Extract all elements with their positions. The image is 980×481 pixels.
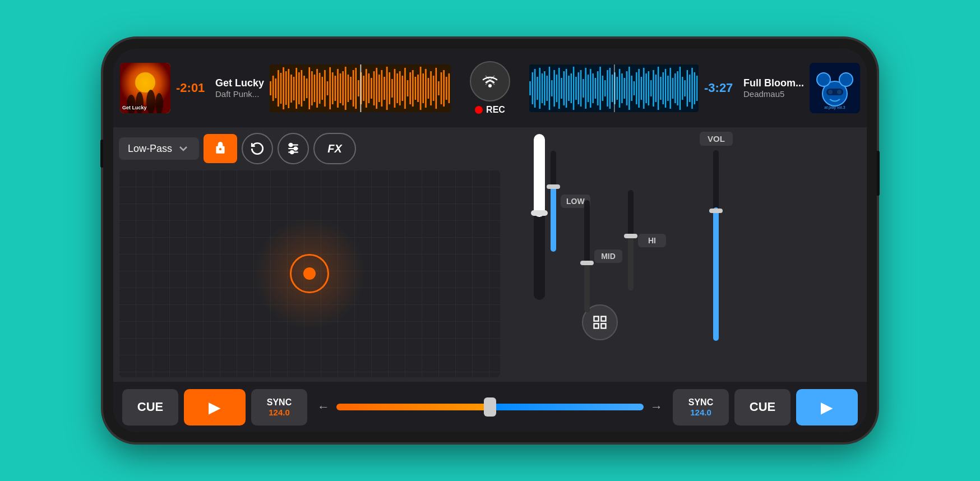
svg-rect-120 <box>626 71 628 105</box>
volume-button[interactable] <box>100 140 103 168</box>
svg-rect-52 <box>389 72 390 104</box>
svg-rect-98 <box>573 67 575 110</box>
deck-left: Get Lucky -2:01 Get Lucky Daft Punk... <box>120 63 451 113</box>
svg-rect-146 <box>689 75 691 102</box>
svg-rect-76 <box>360 64 362 112</box>
svg-rect-7 <box>272 76 274 101</box>
svg-rect-10 <box>280 73 281 104</box>
hi-fader-thumb[interactable] <box>624 234 637 238</box>
touchpad-circle[interactable] <box>290 254 329 293</box>
filter-dropdown[interactable]: Low-Pass <box>119 137 199 160</box>
svg-rect-119 <box>623 78 625 99</box>
touchpad[interactable] <box>119 170 500 377</box>
svg-rect-12 <box>285 71 287 105</box>
svg-rect-123 <box>634 81 635 95</box>
svg-rect-72 <box>441 72 442 104</box>
svg-rect-15 <box>293 77 295 100</box>
vol-fader-thumb[interactable] <box>709 209 723 213</box>
low-fader-thumb[interactable] <box>547 184 560 189</box>
svg-rect-59 <box>407 80 409 96</box>
svg-rect-53 <box>391 79 393 98</box>
crossfader-track[interactable] <box>336 404 644 410</box>
eq-button[interactable] <box>278 133 309 164</box>
svg-rect-112 <box>607 70 608 107</box>
deck-right-artist: Deadmau5 <box>743 89 804 99</box>
svg-rect-140 <box>674 73 676 103</box>
svg-rect-101 <box>580 70 582 107</box>
svg-rect-63 <box>417 75 419 102</box>
svg-rect-93 <box>561 78 562 99</box>
svg-rect-35 <box>345 67 346 110</box>
deck-right: -3:27 Full Bloom... Deadmau5 <box>529 63 860 113</box>
svg-rect-24 <box>316 69 318 108</box>
cue-right-button[interactable]: CUE <box>734 389 791 425</box>
svg-rect-92 <box>558 68 560 109</box>
sync-left-button[interactable]: SYNC 124.0 <box>251 389 307 425</box>
svg-rect-96 <box>568 76 570 101</box>
svg-rect-165 <box>594 317 599 321</box>
svg-rect-136 <box>665 69 667 108</box>
vol-fader-track[interactable] <box>713 150 719 341</box>
waveform-left[interactable] <box>270 64 451 112</box>
svg-rect-114 <box>612 75 613 102</box>
svg-rect-147 <box>691 68 693 109</box>
svg-rect-70 <box>435 68 437 109</box>
waveform-right[interactable] <box>529 64 699 112</box>
filter-label: Low-Pass <box>128 143 172 155</box>
svg-rect-108 <box>597 71 599 105</box>
main-fader-track[interactable] <box>534 134 545 300</box>
svg-rect-94 <box>563 71 565 105</box>
svg-rect-110 <box>602 76 603 101</box>
svg-rect-105 <box>590 69 591 108</box>
svg-rect-142 <box>679 67 681 110</box>
play-left-button[interactable]: ▶ <box>184 389 246 425</box>
hi-fader-track[interactable] <box>628 190 634 291</box>
svg-rect-25 <box>319 73 321 104</box>
svg-rect-111 <box>604 80 606 96</box>
cf-thumb[interactable] <box>484 397 496 417</box>
cf-arrow-right: → <box>650 400 663 414</box>
low-fader-fill <box>551 186 556 252</box>
hi-fader-fill <box>628 235 634 291</box>
svg-rect-166 <box>601 317 605 321</box>
svg-rect-133 <box>658 67 659 110</box>
deck-left-time: -2:01 <box>176 81 210 95</box>
svg-rect-88 <box>549 67 551 110</box>
mid-fader-thumb[interactable] <box>580 261 594 265</box>
sync-right-button[interactable]: SYNC 124.0 <box>673 389 729 425</box>
svg-rect-62 <box>414 77 416 100</box>
svg-rect-167 <box>594 323 599 328</box>
svg-rect-69 <box>433 76 434 101</box>
rec-row[interactable]: REC <box>475 105 505 115</box>
wifi-button[interactable] <box>470 61 510 101</box>
svg-rect-102 <box>583 79 584 98</box>
svg-rect-107 <box>594 78 596 99</box>
svg-rect-37 <box>350 77 352 100</box>
svg-rect-135 <box>662 72 664 104</box>
mid-fader-track[interactable] <box>584 200 590 312</box>
svg-rect-148 <box>694 72 695 104</box>
svg-rect-19 <box>303 76 305 101</box>
svg-rect-58 <box>404 68 406 109</box>
svg-rect-43 <box>366 69 367 108</box>
svg-rect-80 <box>529 81 531 95</box>
reset-button[interactable] <box>242 133 273 164</box>
svg-rect-54 <box>394 69 395 108</box>
rec-indicator <box>475 106 483 114</box>
svg-rect-14 <box>290 75 292 103</box>
power-button[interactable] <box>877 151 880 196</box>
eq-area: LOW MID <box>551 134 622 300</box>
main-fader-thumb[interactable] <box>531 210 548 216</box>
lock-button[interactable] <box>204 134 237 163</box>
low-fader-track[interactable] <box>551 151 556 252</box>
svg-rect-31 <box>334 76 336 101</box>
album-art-right[interactable]: at play vol.3 <box>810 63 860 113</box>
album-art-left[interactable]: Get Lucky <box>120 63 170 113</box>
svg-rect-128 <box>645 73 647 103</box>
play-right-button[interactable]: ▶ <box>796 389 858 425</box>
svg-rect-21 <box>308 67 310 109</box>
fx-button[interactable]: FX <box>313 133 356 164</box>
svg-rect-36 <box>347 75 349 102</box>
mid-group: MID <box>584 200 622 312</box>
cue-left-button[interactable]: CUE <box>122 389 178 425</box>
